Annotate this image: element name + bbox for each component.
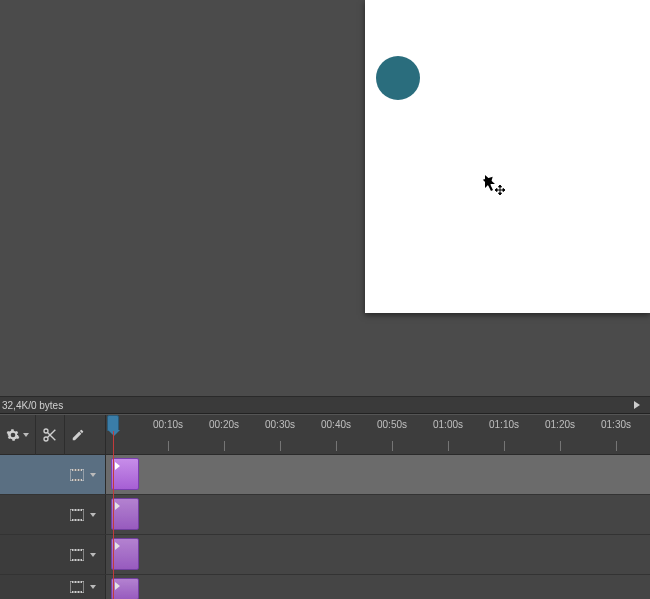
- svg-marker-7: [634, 401, 640, 409]
- track-type-toggle[interactable]: [67, 579, 99, 595]
- track-body[interactable]: [106, 575, 650, 599]
- canvas-area[interactable]: [0, 0, 650, 396]
- playhead-head-icon: [107, 415, 119, 431]
- track-row[interactable]: [0, 535, 650, 575]
- chevron-down-icon: [90, 553, 96, 557]
- timeline-panel: 00:10s00:20s00:30s00:40s00:50s01:00s01:1…: [0, 414, 650, 599]
- filmstrip-icon: [70, 509, 84, 521]
- tracks-container: [0, 455, 650, 599]
- status-text: 32,4K/0 bytes: [0, 400, 63, 411]
- chevron-down-icon: [90, 585, 96, 589]
- status-expand-arrow[interactable]: [626, 400, 650, 411]
- track-body[interactable]: [106, 455, 650, 494]
- svg-point-9: [44, 437, 48, 441]
- chevron-down-icon: [23, 433, 29, 437]
- track-type-toggle[interactable]: [67, 467, 99, 483]
- ruler-tick: 01:10s: [489, 419, 519, 430]
- clip-expand-icon: [115, 542, 120, 550]
- ruler-tick: 00:10s: [153, 419, 183, 430]
- ruler-tick: 00:40s: [321, 419, 351, 430]
- gear-icon: [6, 428, 20, 442]
- ruler-tick: 00:20s: [209, 419, 239, 430]
- cut-button[interactable]: [36, 415, 65, 455]
- clip-expand-icon: [115, 502, 120, 510]
- chevron-down-icon: [90, 473, 96, 477]
- timeline-toolbar: 00:10s00:20s00:30s00:40s00:50s01:00s01:1…: [0, 415, 650, 455]
- track-head[interactable]: [0, 495, 106, 534]
- filmstrip-icon: [70, 581, 84, 593]
- playhead[interactable]: [107, 415, 119, 455]
- track-head[interactable]: [0, 535, 106, 574]
- clip[interactable]: [111, 458, 139, 490]
- track-type-toggle[interactable]: [67, 507, 99, 523]
- ruler-tick: 01:30s: [601, 419, 631, 430]
- ruler-ticks: 00:10s00:20s00:30s00:40s00:50s01:00s01:1…: [106, 415, 650, 455]
- filmstrip-icon: [70, 549, 84, 561]
- svg-point-8: [44, 429, 48, 433]
- clip[interactable]: [111, 498, 139, 530]
- timeline-tool-left: [0, 415, 106, 455]
- filmstrip-icon: [70, 469, 84, 481]
- clip-expand-icon: [115, 462, 120, 470]
- edit-button[interactable]: [65, 415, 91, 455]
- track-body[interactable]: [106, 495, 650, 534]
- ruler-tick: 00:50s: [377, 419, 407, 430]
- track-row[interactable]: [0, 455, 650, 495]
- track-head[interactable]: [0, 575, 106, 599]
- track-type-toggle[interactable]: [67, 547, 99, 563]
- stage[interactable]: [365, 0, 650, 313]
- ruler-tick: 01:20s: [545, 419, 575, 430]
- scissors-icon: [42, 427, 58, 443]
- settings-button[interactable]: [0, 415, 36, 455]
- chevron-down-icon: [90, 513, 96, 517]
- track-row[interactable]: [0, 495, 650, 535]
- track-row[interactable]: [0, 575, 650, 599]
- playhead-line: [113, 431, 114, 599]
- circle-shape[interactable]: [376, 56, 420, 100]
- clip[interactable]: [111, 578, 139, 599]
- ruler-tick: 00:30s: [265, 419, 295, 430]
- clip[interactable]: [111, 538, 139, 570]
- clip-expand-icon: [115, 582, 120, 590]
- status-bar: 32,4K/0 bytes: [0, 396, 650, 414]
- timeline-ruler[interactable]: 00:10s00:20s00:30s00:40s00:50s01:00s01:1…: [106, 415, 650, 455]
- track-body[interactable]: [106, 535, 650, 574]
- ruler-tick: 01:00s: [433, 419, 463, 430]
- track-head[interactable]: [0, 455, 106, 494]
- pencil-icon: [71, 428, 85, 442]
